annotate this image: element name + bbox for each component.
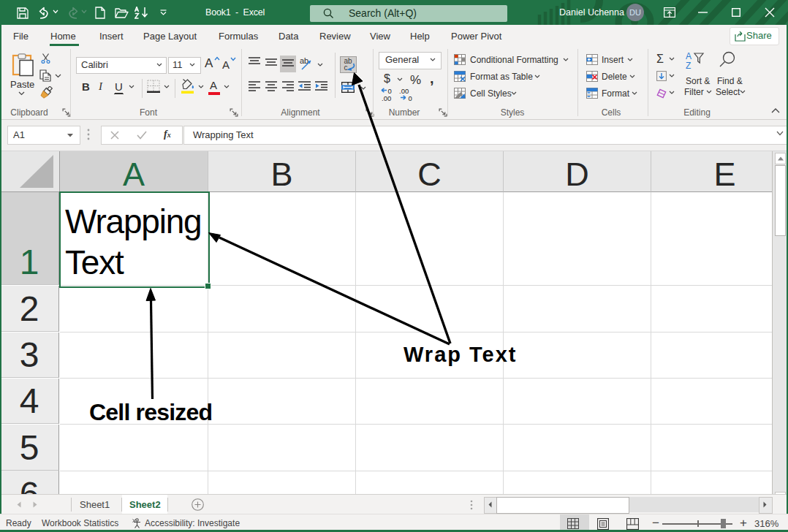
svg-text:.00: .00: [382, 94, 391, 102]
svg-text:Z: Z: [686, 61, 691, 71]
svg-text:c: c: [344, 64, 348, 72]
svg-text:0: 0: [409, 94, 412, 102]
svg-text:.00: .00: [399, 87, 409, 95]
